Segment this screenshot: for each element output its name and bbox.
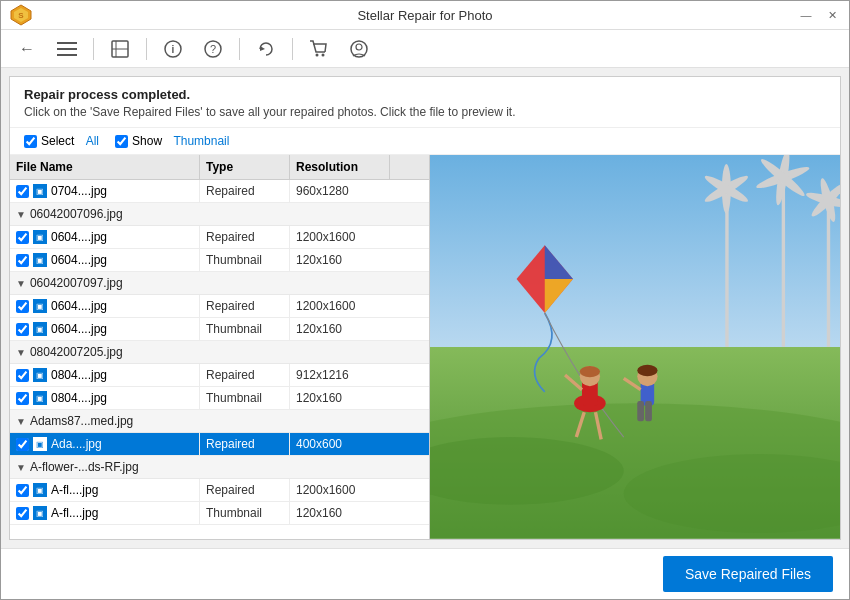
table-row[interactable]: ▣ 0604....jpg Thumbnail 120x160 (10, 249, 429, 272)
separator-4 (292, 38, 293, 60)
preview-image (430, 155, 840, 539)
file-name-text: 0604....jpg (51, 322, 107, 336)
file-name-text: A-fl....jpg (51, 483, 98, 497)
cart-button[interactable] (305, 35, 333, 63)
show-thumbnail-checkbox[interactable] (115, 135, 128, 148)
file-type: Repaired (200, 180, 290, 202)
thumbnail-link[interactable]: Thumbnail (173, 134, 229, 148)
file-checkbox[interactable] (16, 185, 29, 198)
status-title: Repair process completed. (24, 87, 826, 102)
group-row[interactable]: ▼ Adams87...med.jpg (10, 410, 429, 433)
all-link[interactable]: All (86, 134, 99, 148)
file-checkbox[interactable] (16, 484, 29, 497)
select-all-checkbox[interactable] (24, 135, 37, 148)
file-name-text: 0804....jpg (51, 391, 107, 405)
table-row[interactable]: ▣ A-fl....jpg Thumbnail 120x160 (10, 502, 429, 525)
file-button[interactable] (106, 35, 134, 63)
table-row[interactable]: ▣ 0804....jpg Thumbnail 120x160 (10, 387, 429, 410)
file-name-text: 0604....jpg (51, 253, 107, 267)
file-name-cell: ▣ 0604....jpg (10, 318, 200, 340)
close-button[interactable]: ✕ (823, 6, 841, 24)
back-button[interactable]: ← (13, 35, 41, 63)
file-res: 120x160 (290, 502, 390, 524)
table-row[interactable]: ▣ 0604....jpg Repaired 1200x1600 (10, 295, 429, 318)
header-type: Type (200, 155, 290, 179)
window-controls: — ✕ (797, 6, 841, 24)
show-label: Show (132, 134, 162, 148)
status-message: Repair process completed. Click on the '… (10, 77, 840, 128)
chevron-icon: ▼ (16, 209, 26, 220)
file-icon: ▣ (33, 299, 47, 313)
group-row[interactable]: ▼ 06042007097.jpg (10, 272, 429, 295)
file-icon: ▣ (33, 483, 47, 497)
check-bar: Select All Show Thumbnail (10, 128, 840, 155)
app-window: S Stellar Repair for Photo — ✕ ← (0, 0, 850, 600)
select-label: Select (41, 134, 74, 148)
info-button[interactable]: i (159, 35, 187, 63)
group-name: Adams87...med.jpg (30, 414, 133, 428)
toolbar: ← i ? (1, 30, 849, 68)
window-title: Stellar Repair for Photo (357, 8, 492, 23)
group-name: 06042007096.jpg (30, 207, 123, 221)
file-name-text: 0804....jpg (51, 368, 107, 382)
file-type: Repaired (200, 295, 290, 317)
minimize-button[interactable]: — (797, 6, 815, 24)
group-row[interactable]: ▼ A-flower-...ds-RF.jpg (10, 456, 429, 479)
file-res: 120x160 (290, 318, 390, 340)
file-checkbox[interactable] (16, 507, 29, 520)
file-type: Repaired (200, 433, 290, 455)
file-name-text: 0604....jpg (51, 230, 107, 244)
menu-button[interactable] (53, 35, 81, 63)
file-list: File Name Type Resolution ▣ 0704....jpg … (10, 155, 430, 539)
help-button[interactable]: ? (199, 35, 227, 63)
svg-rect-4 (57, 48, 77, 50)
table-row[interactable]: ▣ 0604....jpg Thumbnail 120x160 (10, 318, 429, 341)
chevron-icon: ▼ (16, 462, 26, 473)
file-res: 1200x1600 (290, 479, 390, 501)
file-list-body[interactable]: ▣ 0704....jpg Repaired 960x1280 ▼ 060420… (10, 180, 429, 539)
group-name: 06042007097.jpg (30, 276, 123, 290)
table-row[interactable]: ▣ 0704....jpg Repaired 960x1280 (10, 180, 429, 203)
table-row[interactable]: ▣ 0604....jpg Repaired 1200x1600 (10, 226, 429, 249)
table-row[interactable]: ▣ Ada....jpg Repaired 400x600 (10, 433, 429, 456)
file-res: 912x1216 (290, 364, 390, 386)
separator-2 (146, 38, 147, 60)
file-checkbox[interactable] (16, 323, 29, 336)
file-name-cell: ▣ A-fl....jpg (10, 502, 200, 524)
table-row[interactable]: ▣ 0804....jpg Repaired 912x1216 (10, 364, 429, 387)
separator-3 (239, 38, 240, 60)
file-icon: ▣ (33, 322, 47, 336)
svg-point-14 (316, 53, 319, 56)
file-icon: ▣ (33, 506, 47, 520)
file-icon: ▣ (33, 230, 47, 244)
save-repaired-files-button[interactable]: Save Repaired Files (663, 556, 833, 592)
file-res: 120x160 (290, 387, 390, 409)
title-bar: S Stellar Repair for Photo — ✕ (1, 1, 849, 30)
group-row[interactable]: ▼ 08042007205.jpg (10, 341, 429, 364)
header-filename: File Name (10, 155, 200, 179)
file-checkbox[interactable] (16, 369, 29, 382)
profile-button[interactable] (345, 35, 373, 63)
svg-text:?: ? (210, 43, 216, 55)
file-type: Repaired (200, 364, 290, 386)
show-thumbnail-label[interactable]: Show Thumbnail (115, 134, 229, 148)
file-type: Thumbnail (200, 318, 290, 340)
file-checkbox[interactable] (16, 392, 29, 405)
file-type: Thumbnail (200, 387, 290, 409)
select-all-label[interactable]: Select All (24, 134, 99, 148)
refresh-button[interactable] (252, 35, 280, 63)
group-row[interactable]: ▼ 06042007096.jpg (10, 203, 429, 226)
status-description: Click on the 'Save Repaired Files' to sa… (24, 105, 826, 119)
file-name-text: A-fl....jpg (51, 506, 98, 520)
group-name: 08042007205.jpg (30, 345, 123, 359)
file-checkbox[interactable] (16, 254, 29, 267)
svg-text:S: S (18, 11, 24, 20)
svg-point-46 (637, 365, 657, 376)
file-type: Thumbnail (200, 502, 290, 524)
table-row[interactable]: ▣ A-fl....jpg Repaired 1200x1600 (10, 479, 429, 502)
file-checkbox[interactable] (16, 438, 29, 451)
file-checkbox[interactable] (16, 300, 29, 313)
file-res: 1200x1600 (290, 226, 390, 248)
file-checkbox[interactable] (16, 231, 29, 244)
file-icon: ▣ (33, 368, 47, 382)
